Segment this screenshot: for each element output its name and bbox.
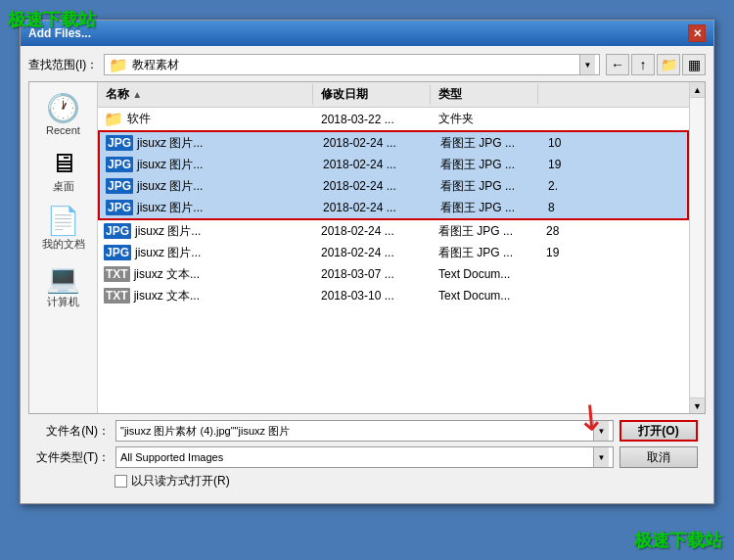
mydocs-icon: 📄 (46, 208, 80, 235)
sidebar-item-mydocs[interactable]: 📄 我的文档 (32, 203, 95, 257)
filetype-value: All Supported Images (120, 451, 593, 463)
file-type: 看图王 JPG ... (431, 222, 538, 241)
mypc-label: 计算机 (47, 295, 79, 309)
sidebar-item-recent[interactable]: 🕐 Recent (32, 90, 95, 141)
file-date: 2018-02-24 ... (315, 135, 433, 151)
col-name[interactable]: 名称 ▲ (98, 84, 313, 105)
up-icon: ↑ (640, 57, 647, 72)
sidebar-item-mypc[interactable]: 💻 计算机 (32, 260, 95, 314)
folder-icon: 📁 (104, 110, 123, 128)
file-date: 2018-02-24 ... (315, 178, 433, 194)
col-type[interactable]: 类型 (431, 84, 538, 105)
filename-input[interactable]: "jisuxz 图片素材 (4).jpg""jisuxz 图片 ▼ (115, 420, 614, 442)
file-type: 看图王 JPG ... (433, 177, 540, 196)
filename-value: "jisuxz 图片素材 (4).jpg""jisuxz 图片 (120, 424, 593, 439)
open-button[interactable]: 打开(O) (619, 420, 698, 442)
table-row[interactable]: JPG jisuxz 图片... 2018-02-24 ... 看图王 JPG … (100, 132, 687, 154)
desktop-icon: 🖥 (50, 150, 77, 177)
file-name: JPG jisuxz 图片... (100, 199, 315, 217)
title-bar: Add Files... ✕ (21, 21, 713, 46)
file-size: 19 (538, 245, 689, 260)
sort-arrow: ▲ (132, 89, 142, 100)
filename-label: 文件名(N)： (36, 423, 110, 440)
jpg-icon: JPG (104, 245, 131, 260)
scrollbar[interactable]: ▲ ▼ (689, 82, 705, 413)
table-row[interactable]: JPG jisuxz 图片... 2018-02-24 ... 看图王 JPG … (100, 197, 687, 218)
recent-label: Recent (46, 124, 80, 136)
look-in-arrow[interactable]: ▼ (579, 55, 595, 74)
file-list-area: 🕐 Recent 🖥 桌面 📄 我的文档 💻 计算机 (28, 81, 706, 414)
new-folder-icon: 📁 (661, 57, 677, 72)
jpg-icon: JPG (106, 200, 133, 215)
file-open-dialog: Add Files... ✕ 查找范围(I)： 📁 教程素材 ▼ ← ↑ 📁 (20, 20, 714, 504)
jpg-icon: JPG (104, 223, 131, 239)
file-size (538, 273, 689, 275)
file-type: Text Docum... (431, 266, 538, 282)
table-row[interactable]: TXT jisuxz 文本... 2018-03-10 ... Text Doc… (98, 285, 689, 306)
file-date: 2018-02-24 ... (313, 223, 431, 239)
file-date: 2018-02-24 ... (313, 245, 431, 260)
sidebar: 🕐 Recent 🖥 桌面 📄 我的文档 💻 计算机 (29, 82, 98, 413)
file-size: 8 (540, 200, 687, 215)
file-size (538, 295, 689, 297)
file-name: TXT jisuxz 文本... (98, 265, 313, 284)
selection-wrapper: JPG jisuxz 图片... 2018-02-24 ... 看图王 JPG … (98, 130, 689, 220)
table-row[interactable]: 📁 软件 2018-03-22 ... 文件夹 (98, 108, 689, 130)
filetype-dropdown-arrow[interactable]: ▼ (593, 447, 609, 467)
txt-icon: TXT (104, 288, 130, 303)
readonly-checkbox[interactable] (115, 475, 127, 488)
filetype-combo[interactable]: All Supported Images ▼ (115, 446, 614, 468)
file-size (538, 118, 689, 120)
table-row[interactable]: TXT jisuxz 文本... 2018-03-07 ... Text Doc… (98, 263, 689, 285)
close-button[interactable]: ✕ (688, 24, 706, 42)
readonly-label: 以只读方式打开(R) (131, 473, 230, 490)
table-row[interactable]: JPG jisuxz 图片... 2018-02-24 ... 看图王 JPG … (100, 175, 687, 197)
table-row[interactable]: JPG jisuxz 图片... 2018-02-24 ... 看图王 JPG … (98, 242, 689, 263)
up-button[interactable]: ↑ (631, 54, 655, 75)
file-type: Text Docum... (431, 288, 538, 303)
file-type: 文件夹 (431, 110, 538, 128)
file-size: 19 (540, 157, 687, 172)
look-in-combo[interactable]: 📁 教程素材 ▼ (104, 54, 600, 75)
mydocs-label: 我的文档 (42, 237, 85, 252)
file-list-body: 📁 软件 2018-03-22 ... 文件夹 JPG jisuxz 图片...… (98, 108, 689, 413)
cancel-button[interactable]: 取消 (619, 446, 698, 468)
file-date: 2018-03-07 ... (313, 266, 431, 282)
watermark-top: 极速下载站 (8, 8, 96, 31)
col-name-label: 名称 (106, 87, 129, 101)
file-date: 2018-03-22 ... (313, 112, 431, 127)
col-size[interactable] (538, 84, 689, 105)
readonly-row: 以只读方式打开(R) (115, 473, 698, 490)
file-size: 28 (538, 223, 689, 239)
file-date: 2018-02-24 ... (315, 157, 433, 172)
file-name: TXT jisuxz 文本... (98, 287, 313, 305)
jpg-icon: JPG (106, 178, 133, 194)
look-in-value: 教程素材 (132, 57, 579, 73)
file-list-header: 名称 ▲ 修改日期 类型 (98, 82, 689, 108)
view-button[interactable]: ▦ (682, 54, 706, 75)
filetype-row: 文件类型(T)： All Supported Images ▼ 取消 (36, 446, 698, 468)
table-row[interactable]: JPG jisuxz 图片... 2018-02-24 ... 看图王 JPG … (98, 220, 689, 242)
recent-icon: 🕐 (46, 95, 80, 122)
back-icon: ← (611, 57, 624, 72)
file-date: 2018-02-24 ... (315, 200, 433, 215)
jpg-icon: JPG (106, 135, 133, 151)
file-type: 看图王 JPG ... (433, 156, 540, 174)
col-date[interactable]: 修改日期 (313, 84, 431, 105)
file-name: JPG jisuxz 图片... (100, 156, 315, 174)
file-type: 看图王 JPG ... (433, 134, 540, 153)
table-row[interactable]: JPG jisuxz 图片... 2018-02-24 ... 看图王 JPG … (100, 154, 687, 175)
mypc-icon: 💻 (46, 265, 80, 293)
watermark-bottom: 极速下载站 (634, 529, 722, 552)
new-folder-button[interactable]: 📁 (657, 54, 680, 75)
file-type: 看图王 JPG ... (431, 244, 538, 262)
filetype-label: 文件类型(T)： (36, 449, 110, 466)
file-type: 看图王 JPG ... (433, 199, 540, 217)
toolbar-icons: ← ↑ 📁 ▦ (606, 54, 706, 75)
file-size: 2. (540, 178, 687, 194)
file-list: 名称 ▲ 修改日期 类型 📁 软件 2018- (98, 82, 689, 413)
sidebar-item-desktop[interactable]: 🖥 桌面 (32, 145, 95, 199)
file-name: JPG jisuxz 图片... (98, 244, 313, 262)
view-icon: ▦ (688, 57, 701, 72)
back-button[interactable]: ← (606, 54, 629, 75)
